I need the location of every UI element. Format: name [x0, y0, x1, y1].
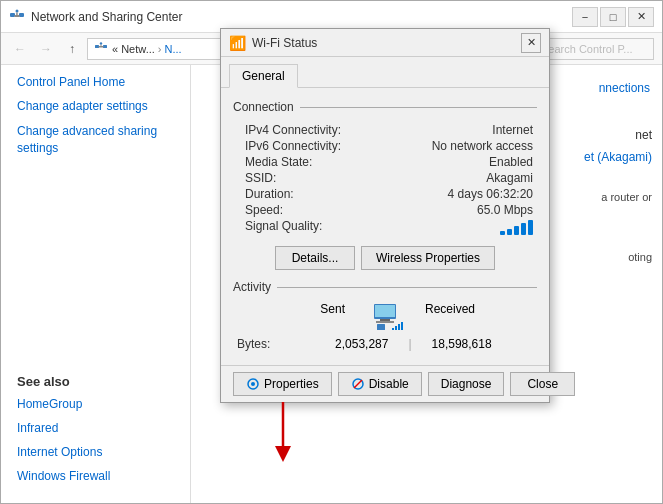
sidebar-advanced-sharing[interactable]: Change advanced sharingsettings: [17, 123, 174, 157]
field-value-speed: 65.0 Mbps: [385, 202, 537, 218]
signal-bar-1: [500, 231, 505, 235]
svg-rect-5: [95, 45, 99, 48]
disable-icon: [351, 377, 365, 391]
dialog-title: Wi-Fi Status: [252, 36, 521, 50]
bytes-divider: |: [408, 337, 411, 351]
details-button[interactable]: Details...: [275, 246, 355, 270]
connection-info-table: IPv4 Connectivity: Internet IPv6 Connect…: [233, 122, 537, 236]
info-line-1: net: [584, 125, 652, 147]
connections-label: nnections: [599, 81, 650, 95]
table-row: Signal Quality:: [233, 218, 537, 236]
address-text: « Netw... › N...: [112, 43, 182, 55]
dialog-close-button[interactable]: ✕: [521, 33, 541, 53]
svg-point-20: [251, 382, 255, 386]
svg-rect-6: [103, 45, 107, 48]
received-label: Received: [425, 302, 533, 335]
table-row: Duration: 4 days 06:32:20: [233, 186, 537, 202]
disable-button[interactable]: Disable: [338, 372, 422, 396]
svg-rect-18: [401, 322, 403, 330]
svg-point-8: [100, 42, 102, 44]
svg-rect-17: [398, 324, 400, 330]
field-label-ipv4: IPv4 Connectivity:: [233, 122, 385, 138]
dialog-title-bar: 📶 Wi-Fi Status ✕: [221, 29, 549, 57]
svg-rect-2: [15, 15, 20, 17]
sidebar-windows-firewall[interactable]: Windows Firewall: [17, 469, 174, 483]
sent-bytes: 2,053,287: [287, 337, 388, 351]
svg-rect-0: [10, 13, 15, 17]
svg-rect-4: [16, 12, 18, 15]
tab-general[interactable]: General: [229, 64, 298, 88]
address-part-current: N...: [164, 43, 181, 55]
svg-marker-24: [275, 446, 291, 462]
field-value-duration: 4 days 06:32:20: [385, 186, 537, 202]
close-dialog-button[interactable]: Close: [510, 372, 575, 396]
field-label-duration: Duration:: [233, 186, 385, 202]
sidebar-control-panel-home[interactable]: Control Panel Home: [17, 75, 174, 89]
wireless-properties-button[interactable]: Wireless Properties: [361, 246, 495, 270]
received-bytes: 18,598,618: [432, 337, 533, 351]
info-line-4: oting: [584, 248, 652, 268]
dialog-footer: Properties Disable Diagnose Close: [221, 365, 549, 402]
svg-rect-16: [395, 326, 397, 330]
field-label-media: Media State:: [233, 154, 385, 170]
svg-rect-14: [377, 324, 385, 330]
sidebar: Control Panel Home Change adapter settin…: [1, 65, 191, 503]
sidebar-internet-options[interactable]: Internet Options: [17, 445, 174, 459]
activity-icon-placeholder: [355, 302, 415, 335]
diagnose-button[interactable]: Diagnose: [428, 372, 505, 396]
address-separator: ›: [158, 43, 162, 55]
field-value-signal: [385, 218, 537, 236]
dialog-content: Connection IPv4 Connectivity: Internet I…: [221, 88, 549, 365]
sidebar-infrared[interactable]: Infrared: [17, 421, 174, 435]
activity-section: Sent: [233, 302, 537, 353]
svg-point-3: [16, 9, 19, 12]
back-button[interactable]: ←: [9, 38, 31, 60]
signal-bars: [500, 219, 533, 235]
field-value-ssid: Akagami: [385, 170, 537, 186]
network-icon-small: [94, 42, 108, 56]
up-button[interactable]: ↑: [61, 38, 83, 60]
close-button[interactable]: ✕: [628, 7, 654, 27]
see-also-label: See also: [17, 354, 174, 389]
field-label-ssid: SSID:: [233, 170, 385, 186]
svg-rect-15: [392, 328, 394, 330]
properties-icon: [246, 377, 260, 391]
table-row: IPv4 Connectivity: Internet: [233, 122, 537, 138]
maximize-button[interactable]: □: [600, 7, 626, 27]
svg-rect-13: [376, 321, 394, 323]
wifi-icon: 📶: [229, 35, 246, 51]
table-row: IPv6 Connectivity: No network access: [233, 138, 537, 154]
signal-bar-5: [528, 220, 533, 235]
field-label-signal: Signal Quality:: [233, 218, 385, 236]
svg-rect-9: [101, 44, 102, 46]
wifi-status-dialog: 📶 Wi-Fi Status ✕ General Connection IPv4…: [220, 28, 550, 403]
connections-text: nnections: [599, 81, 650, 95]
table-row: Speed: 65.0 Mbps: [233, 202, 537, 218]
signal-bar-4: [521, 223, 526, 235]
window-title: Network and Sharing Center: [31, 10, 572, 24]
svg-rect-12: [380, 319, 390, 321]
address-part-1: « Netw...: [112, 43, 155, 55]
bytes-label: Bytes:: [237, 337, 287, 351]
field-value-media: Enabled: [385, 154, 537, 170]
forward-button[interactable]: →: [35, 38, 57, 60]
network-activity-icon: [360, 302, 410, 332]
field-value-ipv4: Internet: [385, 122, 537, 138]
right-panel-info: net et (Akagami) a router or oting: [584, 125, 652, 268]
red-arrow-indicator: [273, 402, 293, 462]
dialog-tabs: General: [221, 57, 549, 88]
sent-label: Sent: [237, 302, 345, 335]
svg-rect-1: [19, 13, 24, 17]
field-label-ipv6: IPv6 Connectivity:: [233, 138, 385, 154]
properties-button[interactable]: Properties: [233, 372, 332, 396]
search-box[interactable]: Search Control P...: [534, 38, 654, 60]
activity-section-header: Activity: [233, 280, 537, 294]
activity-bytes-row: Bytes: 2,053,287 | 18,598,618: [233, 335, 537, 353]
info-line-2: et (Akagami): [584, 147, 652, 169]
field-label-speed: Speed:: [233, 202, 385, 218]
minimize-button[interactable]: −: [572, 7, 598, 27]
sidebar-homegroup[interactable]: HomeGroup: [17, 397, 174, 411]
activity-labels-row: Sent: [233, 302, 537, 335]
field-value-ipv6: No network access: [385, 138, 537, 154]
sidebar-adapter-settings[interactable]: Change adapter settings: [17, 99, 174, 113]
